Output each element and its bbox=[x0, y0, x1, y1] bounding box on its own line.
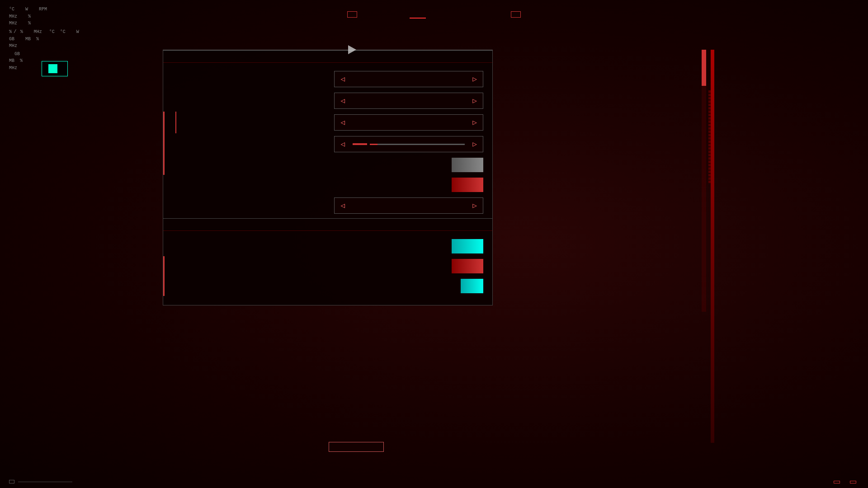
dlss-sharpen-track[interactable] bbox=[370, 144, 465, 145]
texture-quality-row: ◁ ▷ bbox=[163, 195, 492, 216]
dlss-resolution-left-arrow[interactable]: ◁ bbox=[335, 115, 351, 130]
gpu-clock-unit: MHz bbox=[34, 28, 42, 36]
texture-quality-left-arrow[interactable]: ◁ bbox=[335, 198, 351, 213]
scrollbar[interactable] bbox=[702, 50, 706, 312]
texture-quality-selector[interactable]: ◁ ▷ bbox=[334, 197, 483, 214]
tab-language[interactable] bbox=[442, 11, 458, 18]
rt-reflection-switch[interactable] bbox=[452, 259, 483, 273]
default-btn-container bbox=[329, 441, 384, 452]
right-edge-decoration bbox=[711, 50, 714, 443]
resolution-left-arrow[interactable]: ◁ bbox=[335, 93, 351, 108]
quick-preset-right-arrow[interactable]: ▷ bbox=[467, 71, 483, 87]
dlss-reconstruction-row bbox=[163, 155, 492, 175]
bottom-bar bbox=[834, 481, 859, 483]
quick-preset-left-arrow[interactable]: ◁ bbox=[335, 71, 351, 87]
version-info bbox=[9, 480, 72, 483]
nav-bracket-left[interactable] bbox=[347, 11, 357, 18]
resolution-row: ◁ ▷ bbox=[163, 90, 492, 112]
settings-panel: ◁ ▷ ◁ ▷ ◁ ▷ ◁ bbox=[163, 50, 493, 305]
rt-reflection-row bbox=[163, 256, 492, 276]
tab-control[interactable] bbox=[377, 11, 393, 18]
quick-preset-selector[interactable]: ◁ ▷ bbox=[334, 71, 483, 87]
benchmark-tooltip[interactable] bbox=[42, 61, 68, 76]
quick-preset-section-header bbox=[163, 51, 492, 62]
texture-quality-right-arrow[interactable]: ▷ bbox=[467, 198, 483, 213]
tab-video[interactable] bbox=[426, 11, 442, 18]
resolution-selector[interactable]: ◁ ▷ bbox=[334, 93, 483, 109]
benchmark-btn[interactable] bbox=[48, 64, 57, 73]
dlss-framegen-switch[interactable] bbox=[452, 178, 483, 192]
tab-graphics[interactable] bbox=[410, 10, 426, 19]
dlss-sharpen-row: ◁ ▷ bbox=[163, 133, 492, 155]
dlss-reconstruction-switch[interactable] bbox=[452, 158, 483, 172]
tab-ui[interactable] bbox=[458, 11, 475, 18]
rt-reflection-toggle[interactable] bbox=[446, 259, 483, 273]
tab-accessibility[interactable] bbox=[491, 11, 507, 18]
restore-defaults-btn[interactable] bbox=[834, 481, 843, 483]
esc-key bbox=[850, 481, 856, 483]
dlss-sharpen-value bbox=[353, 143, 367, 145]
dlss-sharpen-right-arrow[interactable]: ▷ bbox=[467, 136, 483, 152]
gpu-usage1-unit: % bbox=[9, 28, 12, 36]
resolution-right-arrow[interactable]: ▷ bbox=[467, 93, 483, 108]
top-navigation bbox=[0, 0, 868, 29]
rt-toggle[interactable] bbox=[446, 239, 483, 253]
rt-row bbox=[163, 236, 492, 256]
dlss-resolution-selector[interactable]: ◁ ▷ bbox=[334, 114, 483, 131]
default-button[interactable] bbox=[329, 442, 384, 452]
mouse-cursor bbox=[348, 45, 356, 54]
rt-shadow-toggle[interactable] bbox=[455, 279, 483, 293]
quick-preset-row: ◁ ▷ bbox=[163, 68, 492, 90]
dlss-framegen-toggle[interactable] bbox=[446, 178, 483, 192]
rt-shadow-row bbox=[163, 276, 492, 296]
tab-gameplay[interactable] bbox=[393, 11, 410, 18]
dlss-resolution-right-arrow[interactable]: ▷ bbox=[467, 115, 483, 130]
rt-shadow-switch[interactable] bbox=[461, 279, 483, 293]
gpu-usage2-unit: % bbox=[20, 28, 23, 36]
dlss-resolution-row: ◁ ▷ bbox=[163, 112, 492, 133]
dlss-sharpen-slider[interactable]: ◁ ▷ bbox=[334, 136, 483, 152]
nav-bracket-right[interactable] bbox=[511, 11, 521, 18]
rt-section-header bbox=[163, 219, 492, 230]
tab-sound[interactable] bbox=[361, 11, 377, 18]
dlss-sharpen-left-arrow[interactable]: ◁ bbox=[335, 136, 351, 152]
version-box bbox=[9, 480, 14, 483]
dlss-framegen-row bbox=[163, 175, 492, 195]
tab-keybind[interactable] bbox=[475, 11, 491, 18]
dlss-reconstruction-toggle[interactable] bbox=[446, 158, 483, 172]
rt-switch[interactable] bbox=[452, 239, 483, 253]
f1-key bbox=[834, 481, 840, 483]
version-text bbox=[18, 482, 72, 482]
rt-section bbox=[163, 218, 492, 296]
scrollbar-thumb[interactable] bbox=[702, 50, 706, 86]
close-btn[interactable] bbox=[850, 481, 859, 483]
